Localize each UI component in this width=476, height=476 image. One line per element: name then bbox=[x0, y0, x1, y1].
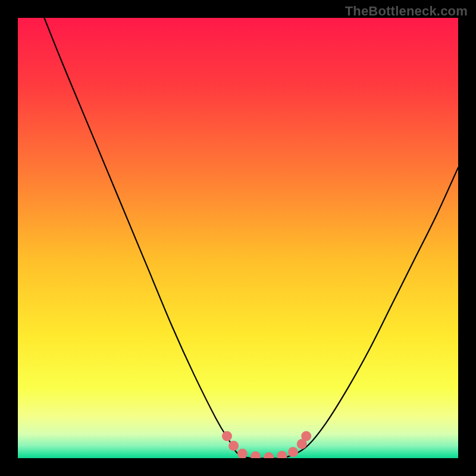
data-marker bbox=[228, 441, 239, 451]
bottleneck-chart bbox=[0, 0, 476, 476]
data-marker bbox=[250, 452, 261, 462]
data-marker bbox=[277, 451, 287, 461]
plot-background bbox=[18, 18, 458, 458]
chart-frame: TheBottleneck.com bbox=[0, 0, 476, 476]
data-marker bbox=[222, 431, 232, 441]
data-marker bbox=[264, 452, 274, 462]
data-marker bbox=[301, 431, 311, 441]
data-marker bbox=[288, 447, 298, 457]
data-marker bbox=[237, 449, 248, 459]
watermark-text: TheBottleneck.com bbox=[345, 4, 468, 19]
